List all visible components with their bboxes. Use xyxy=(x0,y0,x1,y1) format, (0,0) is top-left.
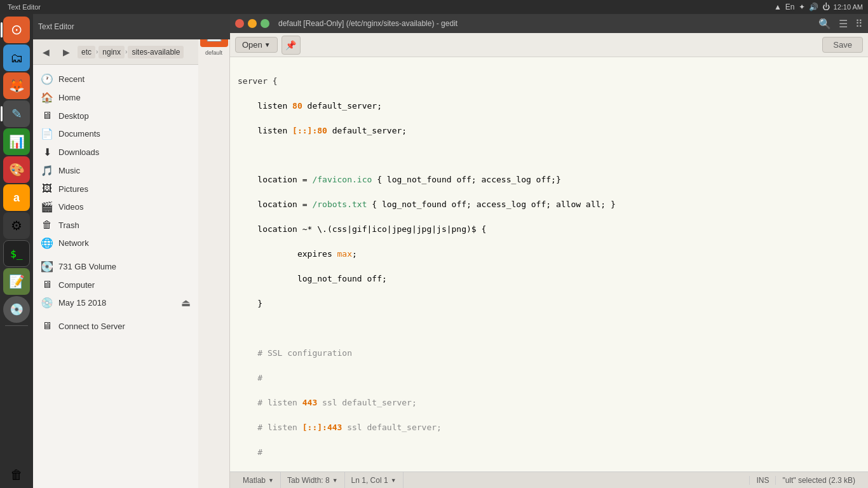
language-dropdown-icon: ▼ xyxy=(268,477,274,484)
launcher-settings-icon[interactable]: ⚙ xyxy=(3,212,30,239)
launcher-disk-icon[interactable]: 💿 xyxy=(3,296,30,323)
code-line: location = /favicon.ico { log_not_found … xyxy=(230,173,868,186)
sidebar-item-computer[interactable]: 🖥 Computer xyxy=(33,276,198,294)
home-icon: 🏠 xyxy=(41,92,53,104)
fm-forward-button[interactable]: ▶ xyxy=(57,43,75,61)
network-icon: 🌐 xyxy=(41,237,53,249)
code-line: listen [::]:80 default_server; xyxy=(230,125,868,137)
open-button[interactable]: Open ▼ xyxy=(235,37,278,53)
tab-dropdown-icon: ▼ xyxy=(332,477,338,484)
launcher-calc-icon[interactable]: 📊 xyxy=(3,128,30,155)
sidebar-item-label: Connect to Server xyxy=(58,322,125,331)
kbd-layout-icon: En xyxy=(785,3,795,11)
launcher-terminal-icon[interactable]: $_ xyxy=(3,240,30,267)
sidebar-item-label: May 15 2018 xyxy=(58,298,106,308)
sidebar-item-label: Documents xyxy=(58,129,100,139)
sidebar-item-downloads[interactable]: ⬇ Downloads xyxy=(33,143,198,161)
app-name-text: Text Editor xyxy=(8,3,41,11)
sidebar-item-label: Computer xyxy=(58,280,95,290)
position-label: Ln 1, Col 1 xyxy=(351,476,388,485)
save-button[interactable]: Save xyxy=(822,37,863,53)
code-line: expires max; xyxy=(230,248,868,261)
file-content-panel: 📄 default xyxy=(198,14,230,488)
ins-mode-label: INS xyxy=(749,476,775,485)
gedit-grid-icon[interactable]: ⠿ xyxy=(855,18,863,30)
launcher-firefox-icon[interactable]: 🦊 xyxy=(3,72,30,99)
sidebar-item-videos[interactable]: 🎬 Videos xyxy=(33,198,198,216)
open-label: Open xyxy=(242,40,262,50)
downloads-icon: ⬇ xyxy=(41,146,53,158)
sidebar-item-label: Network xyxy=(58,238,89,248)
sidebar-item-label: Recent xyxy=(58,74,85,84)
sidebar-item-network[interactable]: 🌐 Network xyxy=(33,234,198,252)
pictures-icon: 🖼 xyxy=(41,183,53,194)
tab-width-selector[interactable]: Tab Width: 8 ▼ xyxy=(281,472,345,488)
cursor-position[interactable]: Ln 1, Col 1 ▼ xyxy=(345,472,403,488)
pin-button[interactable]: 📌 xyxy=(281,36,301,55)
code-editor[interactable]: server { listen 80 default_server; liste… xyxy=(230,57,868,471)
launcher-files-icon[interactable]: 🗂 xyxy=(3,44,30,71)
breadcrumb-nginx[interactable]: nginx xyxy=(98,46,125,58)
selection-info: "ult" selected (2.3 kB) xyxy=(775,476,862,485)
code-line: # xyxy=(230,446,868,459)
code-line: location = /robots.txt { log_not_found o… xyxy=(230,198,868,211)
videos-icon: 🎬 xyxy=(41,201,53,213)
desktop-icon: 🖥 xyxy=(41,110,53,121)
launcher: ⊙ 🗂 🦊 ✎ 📊 🎨 a ⚙ $_ 📝 💿 🗑 xyxy=(0,14,33,488)
launcher-separator xyxy=(5,325,28,326)
volume-icon: 🔊 xyxy=(809,3,818,11)
window-close-button[interactable] xyxy=(235,19,244,28)
launcher-amazon-icon[interactable]: a xyxy=(3,184,30,211)
volume-drive-icon: 💽 xyxy=(41,261,53,273)
sidebar-item-documents[interactable]: 📄 Documents xyxy=(33,125,198,143)
sidebar-item-volume[interactable]: 💽 731 GB Volume xyxy=(33,257,198,276)
file-name-label: default xyxy=(204,50,224,56)
code-line: # SSL configuration xyxy=(230,347,868,360)
code-line: } xyxy=(230,297,868,310)
launcher-ubuntu-icon[interactable]: ⊙ xyxy=(3,17,30,43)
launcher-draw-icon[interactable]: 🎨 xyxy=(3,156,30,183)
gedit-search-icon[interactable]: 🔍 xyxy=(818,18,831,30)
launcher-trash-icon[interactable]: 🗑 xyxy=(3,461,30,488)
breadcrumb-etc[interactable]: etc xyxy=(78,46,95,58)
wifi-icon: ▲ xyxy=(774,3,782,11)
sidebar-item-connect-server[interactable]: 🖥 Connect to Server xyxy=(33,317,198,335)
tab-width-label: Tab Width: 8 xyxy=(287,476,330,485)
code-line xyxy=(230,322,868,334)
code-line: # listen 443 ssl default_server; xyxy=(230,396,868,409)
sidebar-item-pictures[interactable]: 🖼 Pictures xyxy=(33,180,198,198)
connect-server-icon: 🖥 xyxy=(41,320,53,332)
code-line: log_not_found off; xyxy=(230,273,868,285)
file-manager: ◀ ▶ etc › nginx › sites-available 🕐 Rece… xyxy=(33,39,198,488)
code-line: location ~* \.(css|gif|ico|jpeg|jpg|js|p… xyxy=(230,223,868,236)
gedit-statusbar: Matlab ▼ Tab Width: 8 ▼ Ln 1, Col 1 ▼ IN… xyxy=(230,471,868,488)
sidebar-item-label: Pictures xyxy=(58,184,88,194)
window-minimize-button[interactable] xyxy=(248,19,257,28)
system-bar: Text Editor ▲ En ✦ 🔊 ⏻ 12:10 AM xyxy=(0,0,868,14)
text-editor-label: Text Editor xyxy=(38,22,74,31)
clock: 12:10 AM xyxy=(834,3,863,11)
sidebar-item-trash[interactable]: 🗑 Trash xyxy=(33,216,198,234)
text-editor-bar: Text Editor xyxy=(33,14,230,39)
sidebar-item-desktop[interactable]: 🖥 Desktop xyxy=(33,107,198,125)
language-selector[interactable]: Matlab ▼ xyxy=(236,472,281,488)
disc-icon: 💿 xyxy=(41,297,53,309)
sidebar-item-label: Desktop xyxy=(58,111,89,121)
sidebar-item-music[interactable]: 🎵 Music xyxy=(33,161,198,180)
sidebar-item-label: Trash xyxy=(58,220,79,230)
sidebar-item-recent[interactable]: 🕐 Recent xyxy=(33,70,198,88)
window-maximize-button[interactable] xyxy=(261,19,269,28)
sidebar-item-home[interactable]: 🏠 Home xyxy=(33,88,198,107)
launcher-text-editor-icon[interactable]: ✎ xyxy=(3,100,30,127)
breadcrumb-sites-available[interactable]: sites-available xyxy=(128,46,184,58)
eject-icon[interactable]: ⏏ xyxy=(181,297,191,309)
sidebar-item-disc[interactable]: 💿 May 15 2018 ⏏ xyxy=(33,294,198,312)
code-line: # listen [::]:443 ssl default_server; xyxy=(230,421,868,434)
gedit-titlebar: default [Read-Only] (/etc/nginx/sites-av… xyxy=(230,14,868,33)
music-icon: 🎵 xyxy=(41,165,53,177)
gedit-hamburger-icon[interactable]: ☰ xyxy=(839,18,848,30)
fm-back-button[interactable]: ◀ xyxy=(37,43,55,61)
launcher-gedit-icon[interactable]: 📝 xyxy=(3,268,30,295)
ins-text: INS xyxy=(756,476,769,485)
breadcrumb-bar: etc › nginx › sites-available xyxy=(78,46,184,58)
